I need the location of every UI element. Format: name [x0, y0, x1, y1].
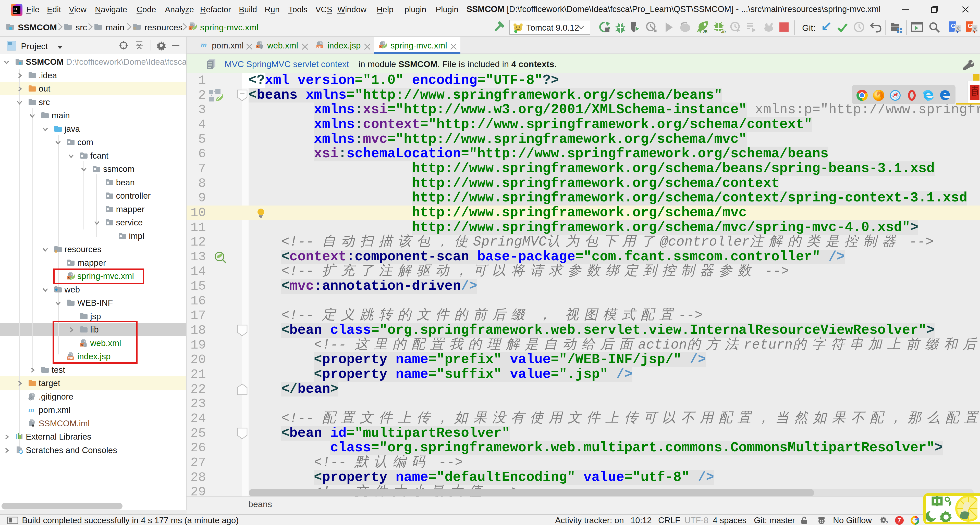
svg-text:?: ?	[886, 521, 888, 525]
svg-text:<: <	[380, 45, 382, 49]
svg-text:m: m	[201, 40, 207, 49]
svg-text:文: 文	[956, 25, 961, 31]
svg-text:JR: JR	[721, 30, 726, 34]
svg-text:<: <	[257, 45, 259, 49]
svg-text:JSP: JSP	[317, 45, 322, 48]
svg-text:7: 7	[897, 517, 901, 524]
svg-text:IU: IU	[14, 7, 17, 11]
svg-text:<: <	[189, 27, 191, 30]
svg-text:G: G	[968, 22, 973, 29]
svg-text:JR: JR	[703, 29, 708, 33]
svg-text:m: m	[28, 405, 34, 414]
svg-text:G: G	[951, 22, 956, 29]
svg-text:文: 文	[973, 25, 978, 31]
